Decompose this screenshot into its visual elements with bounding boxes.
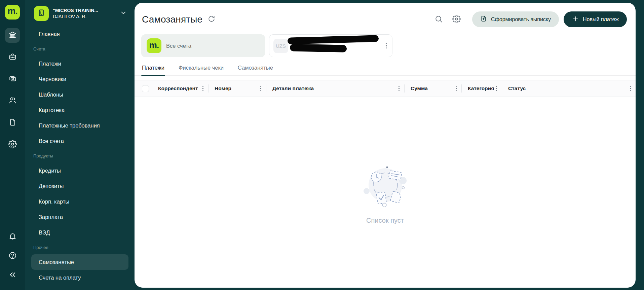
sidebar-menu: Главная Счета Платежи Черновики Шаблоны …: [31, 26, 128, 285]
question-icon: [8, 251, 17, 261]
refresh-icon: [208, 15, 215, 24]
rail-bottom: [5, 229, 20, 283]
sidebar-item-platezhi[interactable]: Платежи: [31, 56, 128, 71]
gear-icon: [452, 15, 461, 24]
sidebar-item-depozity[interactable]: Депозиты: [31, 178, 128, 194]
menu-sidebar: "MICROS TRAININ... DJALILOV A. R. Главна…: [25, 0, 135, 290]
column-menu-button[interactable]: [259, 84, 263, 93]
document-download-icon: [480, 15, 487, 24]
sidebar-item-kartoteka[interactable]: Картотека: [31, 102, 128, 118]
refresh-button[interactable]: [208, 15, 215, 24]
brand-logo-text: m.: [7, 7, 17, 16]
document-icon: [8, 118, 17, 128]
sidebar-item-kredity[interactable]: Кредиты: [31, 163, 128, 178]
gear-icon: [8, 140, 17, 149]
panel-header: Самозанятые Сформировать выписку Новый п…: [135, 3, 636, 27]
company-name-line2: DJALILOV A. R.: [53, 14, 116, 19]
rail-item-settings[interactable]: [5, 137, 20, 152]
empty-state-illustration: [364, 166, 407, 210]
rail-item-cards[interactable]: [5, 72, 20, 86]
table-settings-button[interactable]: [452, 15, 461, 24]
currency-badge: UZS: [273, 39, 288, 53]
company-selector[interactable]: "MICROS TRAININ... DJALILOV A. R.: [31, 0, 128, 25]
tab-fiskalnye-cheki[interactable]: Фискальные чеки: [179, 65, 224, 75]
company-name: "MICROS TRAININ... DJALILOV A. R.: [53, 8, 116, 19]
rail-item-bank[interactable]: [5, 28, 20, 43]
account-menu-button[interactable]: [384, 42, 388, 50]
chevron-down-icon: [120, 9, 127, 18]
plus-icon: [572, 15, 579, 24]
building-icon: [37, 9, 45, 18]
bell-icon: [8, 232, 17, 242]
people-icon: [8, 96, 17, 106]
column-menu-button[interactable]: [397, 84, 401, 93]
tab-bar: Платежи Фискальные чеки Самозанятые: [135, 65, 636, 76]
sidebar-item-glavnaya[interactable]: Главная: [31, 26, 128, 42]
sidebar-item-scheta-na-oplatu[interactable]: Счета на оплату: [31, 270, 128, 285]
new-payment-label: Новый платеж: [583, 16, 619, 23]
tab-platezhi[interactable]: Платежи: [142, 65, 164, 75]
briefcase-icon: [8, 52, 17, 62]
table-header: Корреспондент Номер Детали платежа Сумма…: [135, 80, 636, 97]
column-header-detali-platezha: Детали платежа: [272, 85, 314, 92]
page-title: Самозанятые: [142, 14, 202, 25]
sidebar-item-korp-karty[interactable]: Корп. карты: [31, 194, 128, 209]
generate-statement-button[interactable]: Сформировать выписку: [472, 11, 559, 27]
redaction-stroke-top: [288, 35, 379, 44]
column-header-nomer: Номер: [215, 85, 231, 92]
sidebar-item-samozanyatye[interactable]: Самозанятые: [31, 254, 128, 270]
icon-rail: m.: [0, 0, 25, 290]
brand-mini-logo: m.: [147, 38, 161, 53]
collapse-sidebar-button[interactable]: [5, 268, 20, 283]
sidebar-item-zarplata[interactable]: Зарплата: [31, 209, 128, 225]
header-actions: Сформировать выписку Новый платеж: [434, 11, 627, 27]
column-menu-button[interactable]: [495, 84, 498, 93]
tab-samozanyatye[interactable]: Самозанятые: [238, 65, 273, 75]
sidebar-item-platezhnye-trebovaniya[interactable]: Платежные требования: [31, 118, 128, 133]
rail-item-documents[interactable]: [5, 115, 20, 130]
search-icon: [434, 15, 443, 24]
sidebar-item-chernoviki[interactable]: Черновики: [31, 71, 128, 87]
company-avatar: [34, 6, 49, 21]
company-name-line1: "MICROS TRAININ...: [53, 8, 116, 13]
accounts-row: m. Все счета UZS: [135, 27, 636, 57]
rail-item-people[interactable]: [5, 94, 20, 108]
all-accounts-card[interactable]: m. Все счета: [141, 34, 265, 57]
redaction-stroke-bottom: [290, 44, 347, 52]
help-button[interactable]: [5, 249, 20, 263]
empty-state: Список пуст: [135, 166, 636, 224]
new-payment-button[interactable]: Новый платеж: [564, 11, 627, 27]
column-menu-button[interactable]: [201, 84, 205, 93]
sidebar-item-vse-scheta[interactable]: Все счета: [31, 133, 128, 149]
column-header-status: Статус: [508, 85, 526, 92]
column-header-kategoriya: Категория: [468, 85, 494, 92]
rail-item-briefcase[interactable]: [5, 50, 20, 65]
empty-state-message: Список пуст: [366, 217, 404, 224]
bank-icon: [8, 31, 17, 40]
select-all-checkbox[interactable]: [142, 85, 149, 92]
sidebar-section-scheta: Счета: [31, 42, 128, 56]
notifications-button[interactable]: [5, 229, 20, 244]
main-panel: Самозанятые Сформировать выписку Новый п…: [135, 3, 636, 288]
brand-mini-logo-text: m.: [149, 41, 159, 49]
sidebar-item-ved[interactable]: ВЭД: [31, 225, 128, 240]
brand-logo[interactable]: m.: [5, 5, 20, 20]
sidebar-section-prochee: Прочее: [31, 240, 128, 254]
rail-nav: [5, 28, 20, 152]
double-chevron-left-icon: [8, 270, 17, 280]
search-button[interactable]: [434, 15, 443, 24]
uzs-account-card[interactable]: UZS: [269, 34, 392, 57]
cards-icon: [8, 74, 17, 84]
column-header-summa: Сумма: [411, 85, 428, 92]
column-header-korrespondent: Корреспондент: [158, 85, 198, 92]
sidebar-item-shablony[interactable]: Шаблоны: [31, 87, 128, 102]
column-menu-button[interactable]: [454, 84, 458, 93]
sidebar-section-produkty: Продукты: [31, 149, 128, 163]
column-menu-button[interactable]: [629, 84, 632, 93]
all-accounts-label: Все счета: [166, 43, 191, 49]
generate-statement-label: Сформировать выписку: [491, 16, 551, 23]
